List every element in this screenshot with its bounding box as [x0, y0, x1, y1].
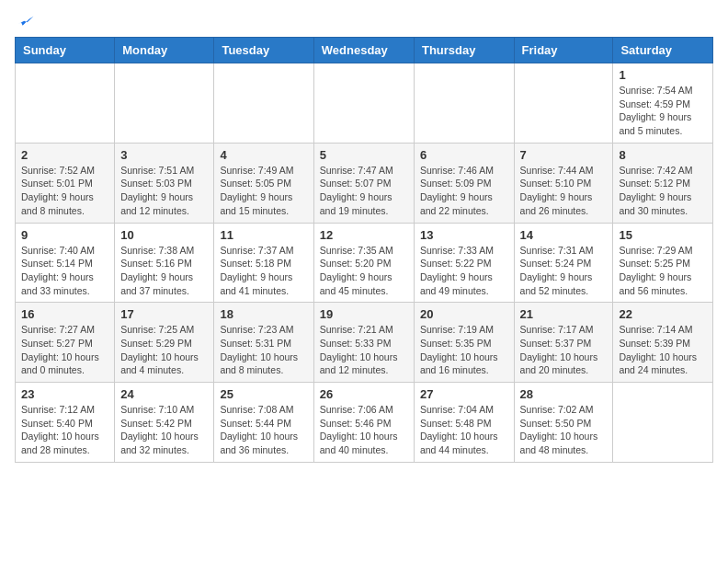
- day-details: Sunrise: 7:12 AM Sunset: 5:40 PM Dayligh…: [21, 403, 108, 457]
- page-header: [15, 15, 713, 29]
- calendar-header-thursday: Thursday: [414, 38, 514, 63]
- calendar-day-10: 10Sunrise: 7:38 AM Sunset: 5:16 PM Dayli…: [115, 223, 214, 303]
- day-details: Sunrise: 7:02 AM Sunset: 5:50 PM Dayligh…: [520, 403, 608, 457]
- calendar-week-row: 23Sunrise: 7:12 AM Sunset: 5:40 PM Dayli…: [16, 383, 713, 463]
- calendar-empty-cell: [514, 63, 613, 144]
- day-number: 13: [420, 228, 508, 242]
- day-details: Sunrise: 7:49 AM Sunset: 5:05 PM Dayligh…: [220, 164, 307, 218]
- calendar-empty-cell: [313, 63, 414, 144]
- calendar-day-16: 16Sunrise: 7:27 AM Sunset: 5:27 PM Dayli…: [16, 303, 115, 383]
- day-details: Sunrise: 7:04 AM Sunset: 5:48 PM Dayligh…: [420, 403, 508, 457]
- calendar-empty-cell: [613, 383, 713, 463]
- calendar-day-21: 21Sunrise: 7:17 AM Sunset: 5:37 PM Dayli…: [514, 303, 613, 383]
- day-details: Sunrise: 7:54 AM Sunset: 4:59 PM Dayligh…: [619, 84, 707, 138]
- day-number: 12: [320, 228, 408, 242]
- calendar-day-25: 25Sunrise: 7:08 AM Sunset: 5:44 PM Dayli…: [214, 383, 313, 463]
- day-number: 3: [120, 148, 208, 162]
- calendar-day-26: 26Sunrise: 7:06 AM Sunset: 5:46 PM Dayli…: [313, 383, 414, 463]
- day-number: 22: [619, 307, 707, 321]
- calendar-day-15: 15Sunrise: 7:29 AM Sunset: 5:25 PM Dayli…: [613, 223, 713, 303]
- day-details: Sunrise: 7:21 AM Sunset: 5:33 PM Dayligh…: [320, 323, 408, 377]
- day-number: 17: [120, 307, 208, 321]
- calendar-day-7: 7Sunrise: 7:44 AM Sunset: 5:10 PM Daylig…: [514, 143, 613, 223]
- calendar-day-27: 27Sunrise: 7:04 AM Sunset: 5:48 PM Dayli…: [414, 383, 514, 463]
- calendar-day-28: 28Sunrise: 7:02 AM Sunset: 5:50 PM Dayli…: [514, 383, 613, 463]
- logo: [15, 15, 35, 29]
- calendar-body: 1Sunrise: 7:54 AM Sunset: 4:59 PM Daylig…: [16, 63, 713, 463]
- calendar-day-2: 2Sunrise: 7:52 AM Sunset: 5:01 PM Daylig…: [16, 143, 115, 223]
- calendar-empty-cell: [414, 63, 514, 144]
- calendar-day-20: 20Sunrise: 7:19 AM Sunset: 5:35 PM Dayli…: [414, 303, 514, 383]
- calendar-day-17: 17Sunrise: 7:25 AM Sunset: 5:29 PM Dayli…: [115, 303, 214, 383]
- day-number: 14: [520, 228, 608, 242]
- calendar-day-24: 24Sunrise: 7:10 AM Sunset: 5:42 PM Dayli…: [115, 383, 214, 463]
- calendar-header-monday: Monday: [115, 38, 214, 63]
- day-number: 23: [21, 387, 108, 401]
- calendar-week-row: 9Sunrise: 7:40 AM Sunset: 5:14 PM Daylig…: [16, 223, 713, 303]
- day-number: 9: [21, 228, 108, 242]
- day-details: Sunrise: 7:06 AM Sunset: 5:46 PM Dayligh…: [320, 403, 408, 457]
- day-details: Sunrise: 7:31 AM Sunset: 5:24 PM Dayligh…: [520, 244, 608, 298]
- calendar-day-3: 3Sunrise: 7:51 AM Sunset: 5:03 PM Daylig…: [115, 143, 214, 223]
- day-number: 7: [520, 148, 608, 162]
- day-number: 16: [21, 307, 108, 321]
- calendar-week-row: 2Sunrise: 7:52 AM Sunset: 5:01 PM Daylig…: [16, 143, 713, 223]
- calendar-day-19: 19Sunrise: 7:21 AM Sunset: 5:33 PM Dayli…: [313, 303, 414, 383]
- logo-bird-icon: [17, 15, 35, 33]
- calendar-empty-cell: [16, 63, 115, 144]
- day-details: Sunrise: 7:14 AM Sunset: 5:39 PM Dayligh…: [619, 323, 707, 377]
- calendar-day-1: 1Sunrise: 7:54 AM Sunset: 4:59 PM Daylig…: [613, 63, 713, 144]
- day-number: 25: [220, 387, 307, 401]
- calendar-week-row: 16Sunrise: 7:27 AM Sunset: 5:27 PM Dayli…: [16, 303, 713, 383]
- day-details: Sunrise: 7:46 AM Sunset: 5:09 PM Dayligh…: [420, 164, 508, 218]
- day-number: 10: [120, 228, 208, 242]
- day-number: 20: [420, 307, 508, 321]
- day-details: Sunrise: 7:47 AM Sunset: 5:07 PM Dayligh…: [320, 164, 408, 218]
- calendar-header-tuesday: Tuesday: [214, 38, 313, 63]
- calendar-day-14: 14Sunrise: 7:31 AM Sunset: 5:24 PM Dayli…: [514, 223, 613, 303]
- day-details: Sunrise: 7:23 AM Sunset: 5:31 PM Dayligh…: [220, 323, 307, 377]
- day-number: 21: [520, 307, 608, 321]
- day-number: 19: [320, 307, 408, 321]
- day-number: 11: [220, 228, 307, 242]
- day-details: Sunrise: 7:52 AM Sunset: 5:01 PM Dayligh…: [21, 164, 108, 218]
- day-details: Sunrise: 7:29 AM Sunset: 5:25 PM Dayligh…: [619, 244, 707, 298]
- calendar-header-friday: Friday: [514, 38, 613, 63]
- calendar-table: SundayMondayTuesdayWednesdayThursdayFrid…: [15, 37, 713, 463]
- calendar-empty-cell: [115, 63, 214, 144]
- day-details: Sunrise: 7:38 AM Sunset: 5:16 PM Dayligh…: [120, 244, 208, 298]
- calendar-header-wednesday: Wednesday: [313, 38, 414, 63]
- calendar-day-4: 4Sunrise: 7:49 AM Sunset: 5:05 PM Daylig…: [214, 143, 313, 223]
- day-number: 26: [320, 387, 408, 401]
- calendar-day-23: 23Sunrise: 7:12 AM Sunset: 5:40 PM Dayli…: [16, 383, 115, 463]
- day-details: Sunrise: 7:40 AM Sunset: 5:14 PM Dayligh…: [21, 244, 108, 298]
- day-details: Sunrise: 7:25 AM Sunset: 5:29 PM Dayligh…: [120, 323, 208, 377]
- calendar-header-row: SundayMondayTuesdayWednesdayThursdayFrid…: [16, 38, 713, 63]
- day-number: 2: [21, 148, 108, 162]
- calendar-empty-cell: [214, 63, 313, 144]
- day-details: Sunrise: 7:27 AM Sunset: 5:27 PM Dayligh…: [21, 323, 108, 377]
- day-details: Sunrise: 7:35 AM Sunset: 5:20 PM Dayligh…: [320, 244, 408, 298]
- calendar-day-9: 9Sunrise: 7:40 AM Sunset: 5:14 PM Daylig…: [16, 223, 115, 303]
- calendar-header-sunday: Sunday: [16, 38, 115, 63]
- day-number: 6: [420, 148, 508, 162]
- calendar-day-6: 6Sunrise: 7:46 AM Sunset: 5:09 PM Daylig…: [414, 143, 514, 223]
- day-details: Sunrise: 7:37 AM Sunset: 5:18 PM Dayligh…: [220, 244, 307, 298]
- day-details: Sunrise: 7:19 AM Sunset: 5:35 PM Dayligh…: [420, 323, 508, 377]
- calendar-day-8: 8Sunrise: 7:42 AM Sunset: 5:12 PM Daylig…: [613, 143, 713, 223]
- calendar-day-13: 13Sunrise: 7:33 AM Sunset: 5:22 PM Dayli…: [414, 223, 514, 303]
- calendar-day-18: 18Sunrise: 7:23 AM Sunset: 5:31 PM Dayli…: [214, 303, 313, 383]
- day-details: Sunrise: 7:10 AM Sunset: 5:42 PM Dayligh…: [120, 403, 208, 457]
- calendar-day-5: 5Sunrise: 7:47 AM Sunset: 5:07 PM Daylig…: [313, 143, 414, 223]
- day-details: Sunrise: 7:51 AM Sunset: 5:03 PM Dayligh…: [120, 164, 208, 218]
- calendar-day-22: 22Sunrise: 7:14 AM Sunset: 5:39 PM Dayli…: [613, 303, 713, 383]
- day-number: 5: [320, 148, 408, 162]
- day-number: 24: [120, 387, 208, 401]
- day-number: 15: [619, 228, 707, 242]
- day-number: 1: [619, 68, 707, 82]
- calendar-week-row: 1Sunrise: 7:54 AM Sunset: 4:59 PM Daylig…: [16, 63, 713, 144]
- calendar-day-12: 12Sunrise: 7:35 AM Sunset: 5:20 PM Dayli…: [313, 223, 414, 303]
- day-details: Sunrise: 7:44 AM Sunset: 5:10 PM Dayligh…: [520, 164, 608, 218]
- calendar-header-saturday: Saturday: [613, 38, 713, 63]
- day-number: 27: [420, 387, 508, 401]
